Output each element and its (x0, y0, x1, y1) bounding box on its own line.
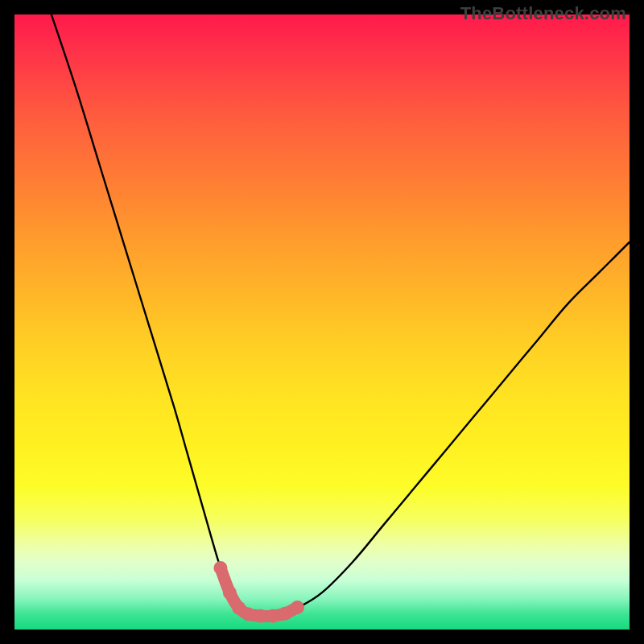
plot-area (14, 14, 630, 630)
marker-dot (223, 586, 237, 600)
marker-dot (291, 601, 304, 614)
chart-svg (14, 14, 630, 630)
marker-dot (279, 607, 292, 621)
marker-dot (242, 607, 255, 621)
outer-frame: TheBottleneck.com (0, 0, 644, 644)
marker-dot (254, 609, 267, 623)
marker-dot (213, 561, 227, 575)
watermark-text: TheBottleneck.com (460, 3, 626, 24)
bottleneck-curve (52, 14, 630, 617)
marker-dot (266, 609, 279, 623)
